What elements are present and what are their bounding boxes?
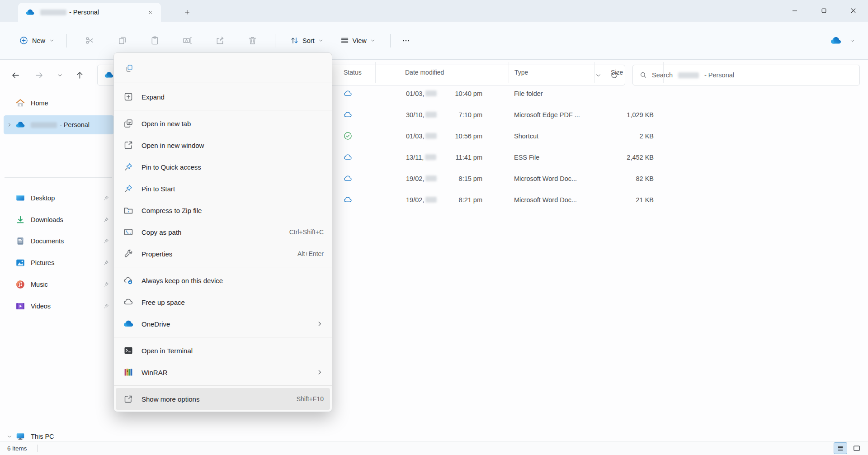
minimize-button[interactable] bbox=[780, 0, 809, 21]
cloud-status-icon bbox=[343, 110, 353, 119]
date-modified: 30/10, bbox=[406, 111, 424, 118]
tab-close-button[interactable] bbox=[144, 6, 156, 19]
cloud-status-icon bbox=[343, 174, 353, 183]
time-modified: 11:41 pm bbox=[456, 154, 482, 161]
sidebar-item-videos[interactable]: Videos bbox=[4, 297, 114, 316]
close-button[interactable] bbox=[839, 0, 868, 21]
file-row[interactable]: 13/11,11:41 pm ESS File 2,452 KB bbox=[325, 147, 664, 168]
status-bar: 6 items bbox=[0, 441, 868, 455]
file-row[interactable]: 19/02,8:15 pm Microsoft Word Doc... 82 K… bbox=[325, 168, 664, 189]
sidebar-item-home[interactable]: Home bbox=[4, 94, 114, 113]
menu-item-label: Pin to Start bbox=[142, 185, 330, 193]
redacted-year bbox=[425, 154, 436, 160]
file-size bbox=[594, 83, 664, 104]
sidebar-item-downloads[interactable]: Downloads bbox=[4, 210, 114, 229]
search-input[interactable]: Search - Personal bbox=[632, 65, 860, 85]
sidebar-item-desktop[interactable]: Desktop bbox=[4, 189, 114, 208]
date-modified: 19/02, bbox=[406, 196, 424, 204]
view-button[interactable]: View bbox=[335, 32, 380, 49]
delete-button[interactable] bbox=[242, 32, 263, 50]
paste-button[interactable] bbox=[144, 32, 165, 50]
quick-copy-button[interactable] bbox=[121, 60, 138, 77]
file-row[interactable]: 30/10,7:10 pm Microsoft Edge PDF ... 1,0… bbox=[325, 104, 664, 125]
maximize-button[interactable] bbox=[809, 0, 839, 21]
column-header-type[interactable]: Type bbox=[509, 62, 594, 83]
chevron-down-icon[interactable] bbox=[4, 433, 15, 440]
sidebar-item-onedrive-personal[interactable]: - Personal bbox=[4, 115, 114, 134]
menu-item-show-more-options[interactable]: Show more options Shift+F10 bbox=[116, 388, 330, 410]
menu-item-pin-to-start[interactable]: Pin to Start bbox=[116, 178, 330, 199]
recent-locations-button[interactable] bbox=[51, 66, 69, 84]
cut-button[interactable] bbox=[79, 32, 100, 50]
onedrive-tab-icon bbox=[25, 8, 35, 17]
menu-item-label: Show more options bbox=[142, 395, 297, 403]
sidebar-item-label: Pictures bbox=[31, 259, 54, 266]
up-button[interactable] bbox=[71, 66, 89, 84]
rename-button[interactable] bbox=[177, 32, 198, 50]
menu-item-open-in-new-tab[interactable]: Open in new tab bbox=[116, 113, 330, 134]
menu-item-label: OneDrive bbox=[142, 320, 316, 328]
sidebar-item-pictures[interactable]: Pictures bbox=[4, 253, 114, 272]
date-modified: 13/11, bbox=[406, 154, 424, 161]
redacted-year bbox=[425, 90, 437, 96]
time-modified: 7:10 pm bbox=[459, 111, 482, 118]
menu-item-always-keep-on-device[interactable]: Always keep on this device bbox=[116, 270, 330, 291]
file-size: 1,029 KB bbox=[594, 104, 664, 125]
zip-folder-icon bbox=[123, 205, 134, 216]
onedrive-icon bbox=[15, 120, 25, 130]
statusbar-separator bbox=[37, 445, 38, 452]
forward-button[interactable] bbox=[30, 66, 48, 84]
menu-item-compress-to-zip[interactable]: Compress to Zip file bbox=[116, 199, 330, 221]
music-icon bbox=[15, 280, 25, 289]
pin-icon bbox=[103, 195, 109, 201]
menu-item-open-in-new-window[interactable]: Open in new window bbox=[116, 134, 330, 156]
file-size: 2 KB bbox=[594, 125, 664, 147]
menu-item-properties[interactable]: Properties Alt+Enter bbox=[116, 243, 330, 265]
menu-item-copy-as-path[interactable]: Copy as path Ctrl+Shift+C bbox=[116, 221, 330, 243]
desktop-icon bbox=[15, 193, 25, 203]
date-modified: 19/02, bbox=[406, 175, 424, 182]
new-tab-button[interactable] bbox=[180, 5, 194, 19]
terminal-icon bbox=[123, 345, 134, 356]
sidebar-item-music[interactable]: Music bbox=[4, 275, 114, 294]
sidebar-item-documents[interactable]: Documents bbox=[4, 232, 114, 251]
synced-check-icon bbox=[343, 131, 353, 141]
menu-item-winrar[interactable]: WinRAR bbox=[116, 361, 330, 383]
column-header-date-modified[interactable]: Date modified bbox=[375, 62, 509, 83]
list-view-toggle[interactable] bbox=[834, 442, 847, 454]
onedrive-sync-status-icon[interactable] bbox=[830, 35, 842, 47]
redacted-year bbox=[425, 112, 437, 118]
toolbar-separator bbox=[275, 34, 275, 47]
file-row[interactable]: 01/03,10:40 pm File folder bbox=[325, 83, 664, 104]
menu-item-onedrive[interactable]: OneDrive bbox=[116, 313, 330, 335]
new-button[interactable]: New bbox=[14, 32, 60, 49]
menu-item-expand[interactable]: Expand bbox=[116, 86, 330, 108]
menu-separator bbox=[114, 385, 332, 386]
column-header-status[interactable]: Status bbox=[325, 62, 375, 83]
documents-icon bbox=[15, 236, 25, 246]
menu-item-free-up-space[interactable]: Free up space bbox=[116, 291, 330, 313]
explorer-tab[interactable]: - Personal bbox=[18, 3, 161, 22]
time-modified: 8:21 pm bbox=[459, 196, 482, 204]
large-thumbnails-view-toggle[interactable] bbox=[850, 442, 863, 454]
see-more-button[interactable] bbox=[397, 33, 415, 49]
sidebar-item-label: Videos bbox=[31, 303, 51, 310]
chevron-right-icon[interactable] bbox=[4, 122, 15, 128]
file-row[interactable]: 19/02,8:21 pm Microsoft Word Doc... 21 K… bbox=[325, 189, 664, 210]
menu-item-pin-to-quick-access[interactable]: Pin to Quick access bbox=[116, 156, 330, 178]
menu-item-open-in-terminal[interactable]: Open in Terminal bbox=[116, 340, 330, 361]
file-row[interactable]: 01/03,10:56 pm Shortcut 2 KB bbox=[325, 125, 664, 147]
chevron-down-icon[interactable] bbox=[849, 38, 855, 44]
share-button[interactable] bbox=[209, 32, 230, 50]
sort-button[interactable]: Sort bbox=[285, 32, 328, 49]
menu-item-label: Open in Terminal bbox=[142, 347, 330, 355]
cloud-status-icon bbox=[343, 152, 353, 162]
view-label: View bbox=[353, 37, 367, 44]
file-size: 82 KB bbox=[594, 168, 664, 189]
pictures-icon bbox=[15, 258, 25, 268]
redacted-year bbox=[425, 197, 437, 203]
window-controls bbox=[780, 0, 868, 21]
column-header-size[interactable]: Size bbox=[594, 62, 664, 83]
back-button[interactable] bbox=[6, 66, 24, 84]
copy-button[interactable] bbox=[112, 32, 132, 50]
